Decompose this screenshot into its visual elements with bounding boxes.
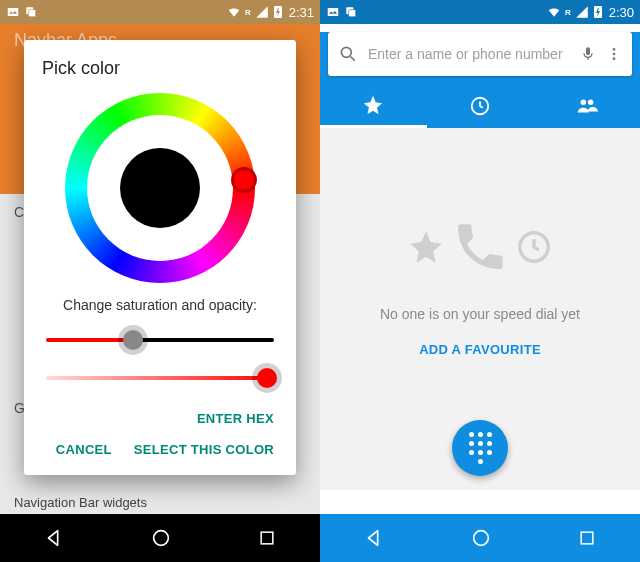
svg-rect-6 bbox=[328, 8, 339, 16]
dialer-header: Enter a name or phone number bbox=[320, 32, 640, 128]
search-placeholder: Enter a name or phone number bbox=[368, 46, 570, 62]
opacity-slider[interactable] bbox=[46, 365, 274, 391]
svg-rect-0 bbox=[8, 8, 19, 16]
hue-ring[interactable] bbox=[65, 93, 255, 283]
nav-back-button[interactable] bbox=[363, 527, 385, 549]
svg-point-19 bbox=[474, 531, 489, 546]
nav-home-button[interactable] bbox=[150, 527, 172, 549]
star-icon bbox=[407, 228, 445, 266]
signal-icon: R bbox=[565, 8, 571, 17]
svg-rect-20 bbox=[581, 532, 593, 544]
notification-icon bbox=[24, 5, 38, 19]
cellular-icon bbox=[575, 5, 589, 19]
select-color-button[interactable]: SELECT THIS COLOR bbox=[134, 442, 274, 457]
saturation-slider[interactable] bbox=[46, 327, 274, 353]
nav-recents-button[interactable] bbox=[257, 528, 277, 548]
search-bar[interactable]: Enter a name or phone number bbox=[328, 32, 632, 76]
cancel-button[interactable]: CANCEL bbox=[56, 442, 112, 457]
phone-left-navbarapps: R 2:31 Navbar Apps C G Navigation Bar wi… bbox=[0, 0, 320, 562]
nav-home-button[interactable] bbox=[470, 527, 492, 549]
phone-right-dialer: R 2:30 Enter a name or phone number bbox=[320, 0, 640, 562]
nav-back-button[interactable] bbox=[43, 527, 65, 549]
signal-icon: R bbox=[245, 8, 251, 17]
selected-color-swatch bbox=[120, 148, 200, 228]
dialer-body: No one is on your speed dial yet ADD A F… bbox=[320, 128, 640, 490]
svg-rect-5 bbox=[261, 532, 273, 544]
phone-icon bbox=[451, 218, 509, 276]
cellular-icon bbox=[255, 5, 269, 19]
clock-icon bbox=[515, 228, 553, 266]
svg-point-17 bbox=[588, 100, 594, 106]
dialpad-fab[interactable] bbox=[452, 420, 508, 476]
bg-row-c: C bbox=[14, 204, 24, 220]
enter-hex-button[interactable]: ENTER HEX bbox=[42, 403, 278, 434]
tab-contacts[interactable] bbox=[533, 84, 640, 128]
status-bar: R 2:30 bbox=[320, 0, 640, 24]
nav-recents-button[interactable] bbox=[577, 528, 597, 548]
wifi-icon bbox=[547, 5, 561, 19]
android-navbar bbox=[320, 514, 640, 562]
status-time: 2:31 bbox=[289, 5, 314, 20]
overflow-menu-icon[interactable] bbox=[606, 45, 622, 63]
notification-icon bbox=[344, 5, 358, 19]
empty-message: No one is on your speed dial yet bbox=[320, 306, 640, 322]
svg-point-12 bbox=[613, 48, 616, 51]
bg-nav-widgets: Navigation Bar widgets bbox=[14, 495, 147, 510]
svg-rect-2 bbox=[29, 10, 36, 17]
svg-rect-11 bbox=[586, 47, 590, 55]
svg-point-16 bbox=[580, 100, 586, 106]
dialog-actions: ENTER HEX CANCEL SELECT THIS COLOR bbox=[42, 403, 278, 465]
dialog-title: Pick color bbox=[42, 58, 278, 79]
svg-point-10 bbox=[341, 47, 351, 57]
status-time: 2:30 bbox=[609, 5, 634, 20]
battery-icon bbox=[273, 5, 283, 19]
opacity-thumb[interactable] bbox=[257, 368, 277, 388]
add-favourite-button[interactable]: ADD A FAVOURITE bbox=[320, 342, 640, 357]
svg-point-14 bbox=[613, 57, 616, 60]
gallery-icon bbox=[6, 5, 20, 19]
dialpad-icon bbox=[469, 432, 492, 464]
slider-label: Change saturation and opacity: bbox=[42, 297, 278, 313]
svg-point-4 bbox=[154, 531, 169, 546]
saturation-thumb[interactable] bbox=[123, 330, 143, 350]
tab-recents[interactable] bbox=[427, 84, 534, 128]
svg-rect-8 bbox=[349, 10, 356, 17]
android-navbar bbox=[0, 514, 320, 562]
mic-icon[interactable] bbox=[580, 45, 596, 63]
tab-favorites[interactable] bbox=[320, 84, 427, 128]
color-picker-dialog: Pick color Change saturation and opacity… bbox=[24, 40, 296, 475]
wifi-icon bbox=[227, 5, 241, 19]
status-bar: R 2:31 bbox=[0, 0, 320, 24]
tabs bbox=[320, 84, 640, 128]
search-icon bbox=[338, 44, 358, 64]
empty-state: No one is on your speed dial yet ADD A F… bbox=[320, 218, 640, 357]
battery-icon bbox=[593, 5, 603, 19]
svg-point-13 bbox=[613, 53, 616, 56]
hue-handle[interactable] bbox=[231, 167, 257, 193]
gallery-icon bbox=[326, 5, 340, 19]
